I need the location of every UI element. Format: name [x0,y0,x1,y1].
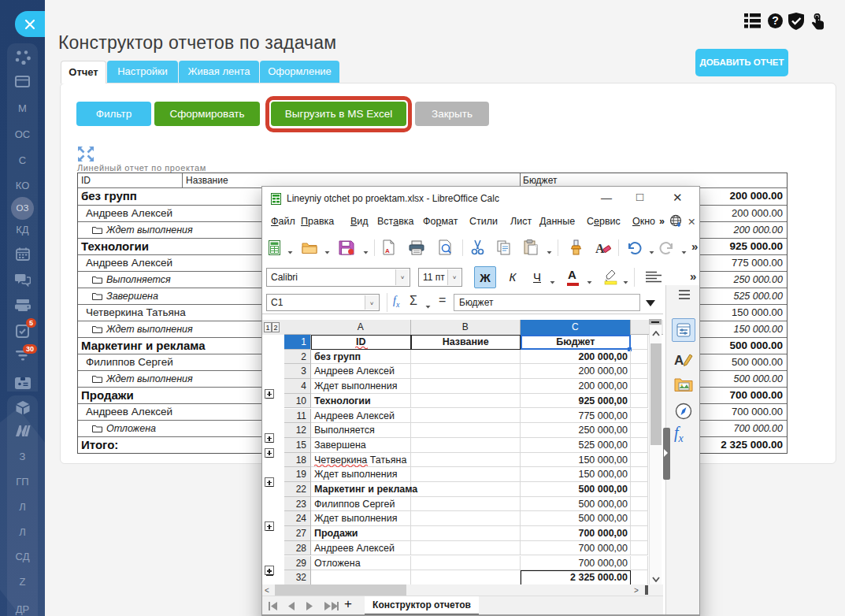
svg-text:A: A [385,247,390,254]
svg-text:?: ? [772,14,779,27]
svg-text:A: A [595,242,605,255]
svg-text:A: A [674,353,684,368]
